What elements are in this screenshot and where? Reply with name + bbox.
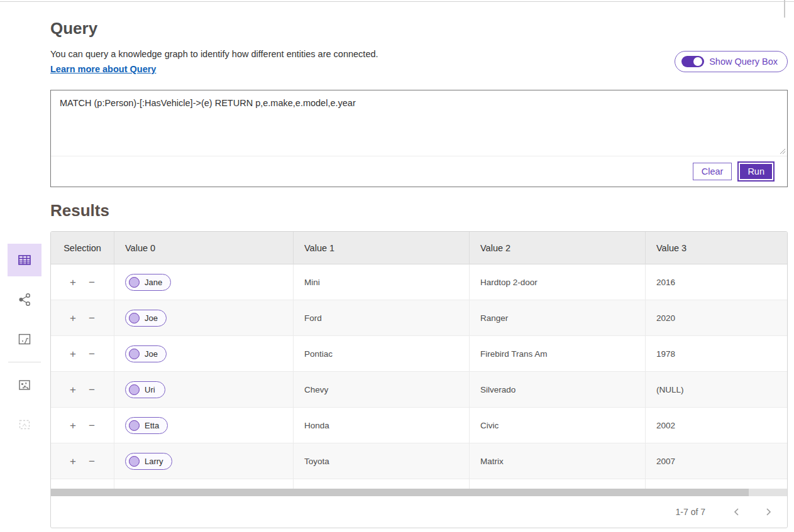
selection-cell: + −: [51, 372, 114, 407]
value-cell: Honda: [293, 408, 469, 443]
learn-more-link[interactable]: Learn more about Query: [50, 64, 156, 74]
map-view-button[interactable]: [8, 323, 41, 356]
column-header-value2: Value 2: [469, 232, 645, 264]
horizontal-scrollbar[interactable]: [51, 489, 787, 496]
selection-cell: + −: [51, 264, 114, 300]
entity-chip-label: Larry: [145, 457, 163, 466]
query-page: Query You can query a knowledge graph to…: [0, 0, 794, 532]
results-table: Selection Value 0 Value 1 Value 2 Value …: [50, 231, 788, 528]
entity-cell: Larry: [114, 443, 293, 479]
selection-cell: + −: [51, 408, 114, 443]
column-header-selection: Selection: [51, 232, 114, 264]
add-to-map-button[interactable]: [8, 369, 41, 401]
entity-node-icon: [129, 384, 140, 395]
link-chart-view-button[interactable]: [8, 283, 41, 316]
table-row: + − Joe Ford Ranger 2020: [51, 300, 787, 336]
entity-chip-label: Joe: [145, 349, 158, 359]
entity-chip[interactable]: Uri: [125, 381, 165, 398]
selection-remove-button[interactable]: −: [87, 276, 96, 289]
value-cell: Chevy: [293, 372, 469, 407]
selection-add-button[interactable]: +: [69, 455, 77, 468]
add-to-map-icon: [18, 378, 31, 392]
results-table-header: Selection Value 0 Value 1 Value 2 Value …: [51, 232, 787, 264]
toggle-label: Show Query Box: [709, 57, 778, 67]
selection-remove-button[interactable]: −: [87, 419, 96, 432]
previous-page-button[interactable]: [729, 505, 744, 519]
pagination-range-label: 1-7 of 7: [676, 507, 705, 517]
value-cell: Firebird Trans Am: [469, 336, 645, 371]
entity-cell: Joe: [114, 336, 293, 371]
entity-cell: Uri: [114, 372, 293, 407]
entity-chip[interactable]: Larry: [125, 453, 172, 470]
entity-cell: [114, 479, 293, 489]
next-page-button[interactable]: [761, 505, 776, 519]
table-view-button[interactable]: [8, 244, 41, 276]
value-cell: Ford: [293, 300, 469, 335]
entity-chip[interactable]: Joe: [125, 310, 167, 327]
entity-chip[interactable]: Jane: [125, 274, 171, 291]
selection-remove-button[interactable]: −: [87, 383, 96, 396]
selection-add-button[interactable]: +: [69, 347, 77, 361]
value-cell: (NULL): [645, 372, 787, 407]
value-cell: 2016: [645, 264, 787, 300]
selection-cell: + −: [51, 336, 114, 371]
value-cell: 2020: [645, 300, 787, 335]
page-title: Query: [50, 19, 97, 38]
entity-chip[interactable]: Joe: [125, 345, 167, 362]
value-cell: [645, 479, 787, 489]
entity-chip-label: Jane: [145, 278, 162, 287]
value-cell: 2002: [645, 408, 787, 443]
toggle-switch-icon[interactable]: [681, 56, 704, 67]
value-cell: Civic: [469, 408, 645, 443]
horizontal-scrollbar-thumb[interactable]: [51, 489, 749, 496]
entity-node-icon: [129, 456, 140, 467]
value-cell: [293, 479, 469, 489]
selection-add-button[interactable]: +: [69, 419, 77, 432]
chevron-left-icon: [733, 508, 741, 516]
selection-add-button[interactable]: +: [69, 383, 77, 396]
selection-add-button[interactable]: +: [69, 276, 77, 289]
selection-remove-button[interactable]: −: [87, 455, 96, 468]
entity-cell: Joe: [114, 300, 293, 335]
entity-cell: Etta: [114, 408, 293, 443]
entity-chip[interactable]: Etta: [125, 417, 168, 434]
column-header-value3: Value 3: [645, 232, 787, 264]
results-rows: + − Jane Mini Hardtop 2-door 2016 + − Jo…: [51, 264, 787, 489]
table-row: + − Joe Pontiac Firebird Trans Am 1978: [51, 336, 787, 372]
link-chart-icon: [17, 292, 32, 307]
clear-button[interactable]: Clear: [693, 163, 732, 180]
value-cell: Toyota: [293, 443, 469, 479]
value-cell: 1978: [645, 336, 787, 371]
value-cell: Ranger: [469, 300, 645, 335]
query-panel: MATCH (p:Person)-[:HasVehicle]->(e) RETU…: [50, 90, 788, 187]
selection-remove-button[interactable]: −: [87, 312, 96, 325]
column-header-value1: Value 1: [293, 232, 469, 264]
value-cell: Silverado: [469, 372, 645, 407]
map-icon: [18, 332, 31, 346]
entity-node-icon: [129, 420, 140, 431]
entity-node-icon: [129, 313, 140, 323]
query-input[interactable]: MATCH (p:Person)-[:HasVehicle]->(e) RETU…: [51, 90, 787, 156]
value-cell: Mini: [293, 264, 469, 300]
table-row: + − Etta Honda Civic 2002: [51, 408, 787, 443]
run-button[interactable]: Run: [739, 163, 773, 180]
entity-chip-label: Joe: [145, 313, 158, 323]
value-cell: Matrix: [469, 443, 645, 479]
table-icon: [18, 253, 31, 267]
selection-cell: + −: [51, 443, 114, 479]
vertical-scrollbar[interactable]: [784, 0, 785, 18]
chevron-right-icon: [764, 508, 772, 516]
new-selection-disabled-icon: [18, 418, 31, 432]
results-title: Results: [50, 201, 109, 220]
show-query-box-toggle[interactable]: Show Query Box: [675, 51, 788, 72]
selection-remove-button[interactable]: −: [87, 347, 96, 361]
selection-cell: + −: [51, 300, 114, 335]
entity-chip-label: Uri: [145, 385, 155, 394]
toolbar-divider: [8, 362, 41, 362]
value-cell: Hardtop 2-door: [469, 264, 645, 300]
column-header-value0: Value 0: [114, 232, 293, 264]
selection-add-button[interactable]: +: [69, 312, 77, 325]
top-divider: [0, 1, 794, 2]
table-row: + − Larry Toyota Matrix 2007: [51, 443, 787, 479]
value-cell: [469, 479, 645, 489]
